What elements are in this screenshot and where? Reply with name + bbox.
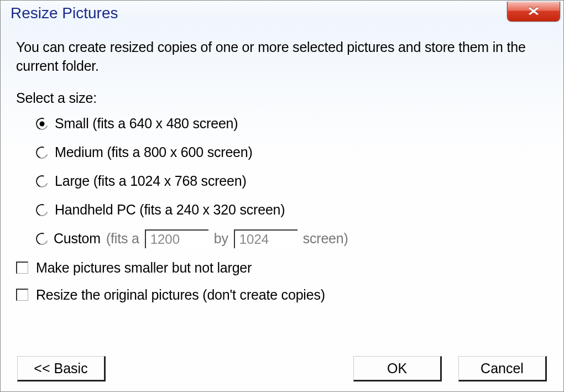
option-handheld-row[interactable]: Handheld PC (fits a 240 x 320 screen) — [36, 200, 548, 220]
radio-custom[interactable] — [34, 231, 50, 247]
dialog-button-row: << Basic OK Cancel — [1, 356, 563, 381]
option-medium-row[interactable]: Medium (fits a 800 x 600 screen) — [36, 143, 548, 163]
only-smaller-row[interactable]: Make pictures smaller but not larger — [16, 260, 548, 276]
only-smaller-label: Make pictures smaller but not larger — [36, 260, 252, 276]
close-icon: ✕ — [527, 4, 540, 19]
resize-original-label: Resize the original pictures (don't crea… — [36, 287, 325, 303]
radio-large[interactable] — [34, 173, 50, 189]
select-size-label: Select a size: — [16, 90, 548, 106]
checkbox-resize-original[interactable] — [16, 289, 28, 301]
cancel-button[interactable]: Cancel — [458, 356, 547, 381]
radio-handheld[interactable] — [34, 202, 50, 218]
radio-small[interactable] — [34, 116, 50, 132]
dialog-title: Resize Pictures — [11, 4, 118, 22]
size-options-group: Small (fits a 640 x 480 screen) Medium (… — [16, 114, 548, 249]
resize-pictures-dialog: Resize Pictures ✕ You can create resized… — [0, 0, 564, 392]
option-large-label: Large (fits a 1024 x 768 screen) — [55, 173, 247, 189]
ok-button[interactable]: OK — [353, 356, 442, 381]
option-custom-row[interactable]: Custom (fits a by screen) — [36, 229, 548, 249]
basic-button[interactable]: << Basic — [17, 356, 106, 381]
custom-width-input[interactable] — [145, 229, 208, 248]
custom-suffix: screen) — [303, 231, 348, 247]
dialog-content: You can create resized copies of one or … — [1, 26, 563, 391]
checkbox-only-smaller[interactable] — [16, 262, 28, 274]
dialog-description: You can create resized copies of one or … — [16, 38, 548, 76]
option-medium-label: Medium (fits a 800 x 600 screen) — [55, 144, 253, 160]
custom-mid: by — [214, 231, 228, 247]
resize-original-row[interactable]: Resize the original pictures (don't crea… — [16, 287, 548, 303]
option-small-row[interactable]: Small (fits a 640 x 480 screen) — [36, 114, 548, 134]
custom-height-input[interactable] — [234, 229, 297, 248]
close-button[interactable]: ✕ — [507, 2, 560, 22]
custom-prefix: (fits a — [106, 231, 139, 247]
titlebar: Resize Pictures ✕ — [1, 1, 563, 26]
option-handheld-label: Handheld PC (fits a 240 x 320 screen) — [55, 202, 285, 218]
option-small-label: Small (fits a 640 x 480 screen) — [55, 116, 238, 132]
option-large-row[interactable]: Large (fits a 1024 x 768 screen) — [36, 171, 548, 191]
radio-medium[interactable] — [34, 144, 50, 160]
option-custom-label: Custom — [54, 231, 101, 247]
